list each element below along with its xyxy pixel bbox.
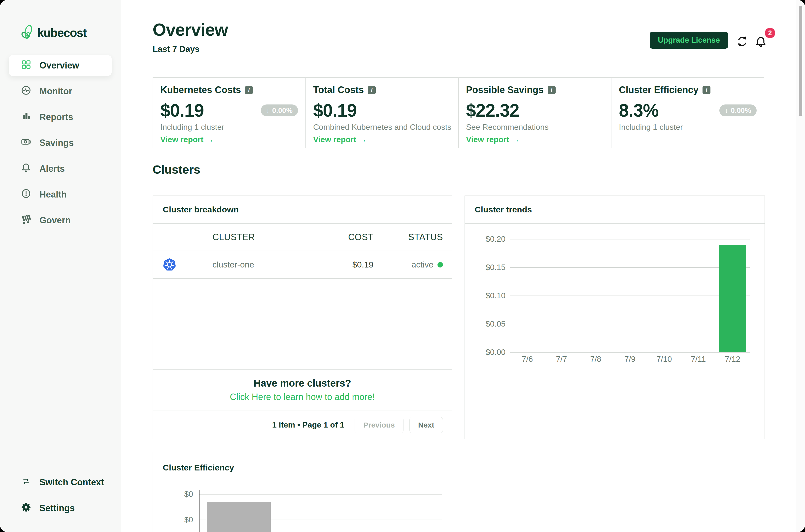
view-report-link[interactable]: View report→ — [313, 135, 367, 144]
pagination-bar: 1 item • Page 1 of 1 Previous Next — [153, 410, 452, 439]
sidebar-item-health[interactable]: Health — [9, 182, 112, 207]
kubecost-logo-icon — [20, 24, 34, 41]
add-clusters-link[interactable]: Click Here to learn how to add more! — [230, 392, 375, 402]
sidebar-item-alerts[interactable]: Alerts — [9, 156, 112, 182]
stat-subtext: Including 1 cluster — [160, 122, 224, 132]
x-tick-label: 7/6 — [510, 355, 544, 364]
x-tick-label: 7/11 — [681, 355, 715, 364]
switch-context-label: Switch Context — [39, 477, 104, 488]
cluster-trends-title: Cluster trends — [465, 196, 765, 224]
alert-circle-icon — [21, 188, 32, 201]
view-report-link[interactable]: View report→ — [466, 135, 520, 144]
more-clusters-prompt: Have more clusters? Click Here to learn … — [153, 369, 452, 410]
main-content: Overview Last 7 Days Upgrade License — [121, 0, 805, 532]
cluster-efficiency-title: Cluster Efficiency — [153, 452, 452, 483]
x-tick-label: 7/9 — [613, 355, 647, 364]
down-arrow-icon: ↓ — [725, 107, 728, 114]
notification-badge: 2 — [765, 28, 775, 38]
trend-bars — [510, 239, 750, 353]
sidebar-item-label: Alerts — [39, 164, 65, 174]
bell-icon — [754, 46, 767, 50]
scrollbar-thumb[interactable] — [799, 6, 802, 116]
sidebar-item-overview[interactable]: Overview — [9, 55, 112, 76]
sidebar-item-govern[interactable]: Govern — [9, 207, 112, 233]
upgrade-license-button[interactable]: Upgrade License — [650, 32, 728, 49]
y-tick-label: $0.05 — [467, 319, 505, 329]
delta-badge: ↓ 0.00% — [720, 104, 756, 116]
sidebar-item-savings[interactable]: Savings — [9, 130, 112, 156]
stat-card-cluster-efficiency: Cluster Efficiency i 8.3% ↓ 0.00% Includ… — [611, 77, 764, 148]
sidebar-item-label: Govern — [39, 215, 71, 226]
next-page-button[interactable]: Next — [409, 417, 443, 433]
sidebar-item-monitor[interactable]: Monitor — [9, 78, 112, 104]
y-tick-label: $0 — [163, 515, 193, 525]
y-tick-label: $0 — [163, 489, 193, 499]
settings-button[interactable]: Settings — [9, 495, 112, 521]
sidebar-item-reports[interactable]: Reports — [9, 104, 112, 130]
stat-card-total-costs: Total Costs i $0.19 Combined Kubernetes … — [305, 77, 459, 148]
stat-value: 8.3% — [619, 100, 658, 120]
info-icon[interactable]: i — [548, 86, 556, 94]
cluster-cost: $0.19 — [324, 260, 373, 269]
previous-page-button[interactable]: Previous — [354, 417, 403, 433]
gear-icon — [21, 502, 32, 515]
x-axis-labels: 7/6 7/7 7/8 7/9 7/10 7/11 7/12 — [510, 355, 750, 364]
kubernetes-logo — [163, 258, 212, 271]
y-tick-label: $0.00 — [467, 347, 505, 357]
cluster-status: active — [373, 260, 443, 269]
info-icon[interactable]: i — [703, 86, 710, 94]
swap-arrows-icon — [21, 476, 32, 489]
scrollbar — [796, 0, 805, 532]
info-icon[interactable]: i — [245, 86, 253, 94]
stat-subtext: See Recommendations — [466, 122, 549, 132]
sidebar-item-label: Monitor — [39, 86, 72, 96]
column-header-status: STATUS — [373, 232, 443, 243]
page-title: Overview — [153, 20, 228, 40]
logo[interactable]: kubecost — [20, 24, 87, 41]
view-report-link[interactable]: View report→ — [160, 135, 214, 144]
notifications-button[interactable] — [754, 35, 767, 49]
y-tick-label: $0.15 — [467, 262, 505, 272]
switch-context-button[interactable]: Switch Context — [9, 470, 112, 495]
x-tick-label: 7/7 — [544, 355, 579, 364]
table-row[interactable]: cluster-one $0.19 active — [153, 251, 452, 279]
grid-icon — [21, 59, 32, 72]
stat-card-kubernetes-costs: Kubernetes Costs i $0.19 ↓ 0.00% Includi… — [153, 77, 306, 148]
cluster-efficiency-card: Cluster Efficiency $0 $0 — [153, 452, 452, 532]
stat-subtext: Including 1 cluster — [619, 122, 683, 132]
stat-card-possible-savings: Possible Savings i $22.32 See Recommenda… — [458, 77, 611, 148]
settings-label: Settings — [39, 503, 75, 513]
right-arrow-icon: → — [512, 135, 520, 144]
period-label: Last 7 Days — [153, 44, 199, 54]
sidebar-nav: Overview Monitor — [9, 55, 112, 233]
y-axis-line — [199, 490, 199, 532]
right-arrow-icon: → — [359, 135, 367, 144]
stat-value: $0.19 — [160, 100, 204, 120]
stat-title: Total Costs — [313, 84, 364, 95]
sidebar-footer: Switch Context Settings — [9, 470, 112, 521]
y-tick-label: $0.10 — [467, 290, 505, 301]
cluster-breakdown-title: Cluster breakdown — [153, 196, 452, 224]
stat-cards-row: Kubernetes Costs i $0.19 ↓ 0.00% Includi… — [153, 77, 764, 148]
right-arrow-icon: → — [206, 135, 214, 144]
cluster-breakdown-card: Cluster breakdown CLUSTER COST STATUS — [153, 195, 452, 439]
info-icon[interactable]: i — [368, 86, 376, 94]
sidebar-item-label: Savings — [39, 138, 74, 148]
stat-value: $22.32 — [466, 100, 519, 120]
sidebar: kubecost Overview — [0, 0, 121, 532]
stat-value: $0.19 — [313, 100, 357, 120]
gridline — [199, 494, 442, 495]
cluster-name: cluster-one — [212, 260, 324, 269]
refresh-button[interactable] — [736, 35, 748, 48]
status-dot-icon — [438, 262, 443, 267]
x-tick-label: 7/12 — [715, 355, 750, 364]
stat-title: Cluster Efficiency — [619, 84, 698, 95]
bell-icon — [21, 162, 32, 175]
delta-badge: ↓ 0.00% — [261, 104, 298, 116]
refresh-icon — [736, 45, 748, 49]
money-icon — [21, 136, 32, 150]
gavel-icon — [21, 214, 32, 227]
table-header-row: CLUSTER COST STATUS — [153, 224, 452, 251]
trends-chart: $0.20 $0.15 $0.10 $0.05 $0.00 7/6 7/7 — [465, 224, 765, 439]
cluster-trends-card: Cluster trends $0.20 $0.15 $0.10 $0.05 $… — [464, 195, 765, 439]
